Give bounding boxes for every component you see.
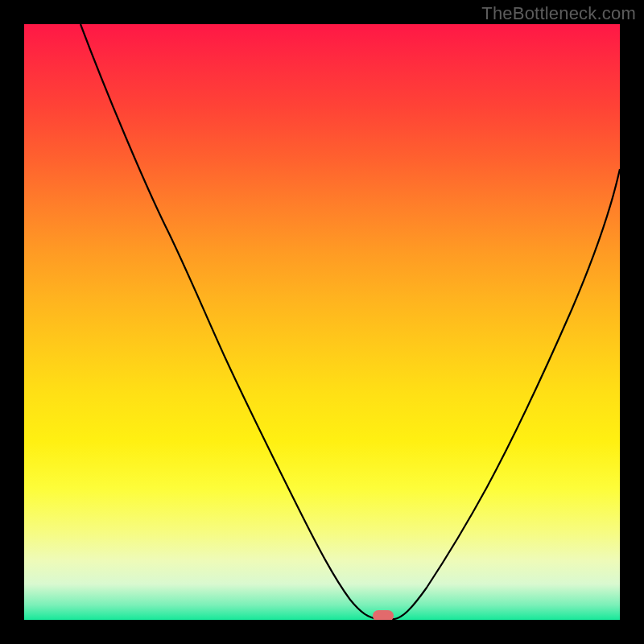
watermark-text: TheBottleneck.com xyxy=(481,3,636,24)
curve-path xyxy=(80,24,620,619)
plot-area xyxy=(24,24,620,620)
optimal-marker xyxy=(373,610,394,620)
bottleneck-curve xyxy=(24,24,620,620)
